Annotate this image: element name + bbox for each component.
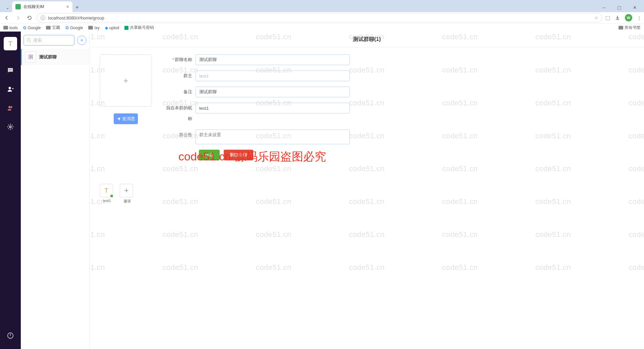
address-input[interactable]: i localhost:8080/#/home/group ☆ bbox=[37, 13, 602, 22]
new-tab-button[interactable]: + bbox=[72, 3, 82, 12]
group-name-input[interactable] bbox=[196, 54, 350, 65]
folder-icon bbox=[88, 26, 93, 30]
bookmark-shared[interactable]: 共享账号密码 bbox=[124, 25, 154, 31]
svg-point-3 bbox=[9, 87, 11, 89]
browser-tab[interactable]: 在线聊天IM × bbox=[12, 1, 72, 12]
bookmark-treasure[interactable]: 宝藏 bbox=[46, 25, 60, 31]
star-icon[interactable]: ☆ bbox=[594, 15, 598, 20]
settings-icon[interactable] bbox=[4, 120, 17, 134]
bookmark-tools[interactable]: tools bbox=[3, 26, 18, 30]
folder-icon bbox=[619, 26, 623, 30]
field-label-nickname: 我在本群的昵称 bbox=[162, 103, 196, 124]
browser-chrome: ⌄ 在线聊天IM × + ─ ▢ ✕ i localhost:8080/#/ho… bbox=[0, 0, 644, 32]
contacts-icon[interactable] bbox=[4, 83, 17, 96]
conversation-avatar: 测 bbox=[25, 52, 36, 62]
member-avatar: T bbox=[100, 184, 113, 197]
member-name: test1 bbox=[100, 199, 114, 203]
maximize-button[interactable]: ▢ bbox=[614, 3, 624, 12]
add-button[interactable]: + bbox=[77, 36, 87, 45]
sheet-icon bbox=[124, 26, 128, 30]
svg-point-6 bbox=[9, 126, 11, 128]
invite-member[interactable]: + 邀请 bbox=[120, 184, 135, 204]
bookmark-google-1[interactable]: GGoogle bbox=[23, 26, 41, 30]
bookmark-google-2[interactable]: GGoogle bbox=[65, 26, 83, 30]
group-form: *群聊名称 群主 备注 我在本群的昵称 bbox=[162, 54, 350, 160]
group-remark-input[interactable] bbox=[196, 87, 350, 97]
folder-icon bbox=[46, 26, 51, 30]
info-icon: i bbox=[41, 15, 45, 20]
member-item[interactable]: T test1 bbox=[100, 184, 114, 204]
group-notice-textarea[interactable] bbox=[196, 130, 350, 144]
tab-list-caret[interactable]: ⌄ bbox=[3, 3, 12, 12]
profile-avatar[interactable]: W bbox=[625, 14, 632, 21]
reload-button[interactable] bbox=[25, 14, 34, 22]
svg-point-1 bbox=[10, 69, 11, 70]
bookmark-bar: tools GGoogle 宝藏 GGoogle txy ◆uplod 共享账号… bbox=[0, 23, 644, 32]
plus-icon: + bbox=[120, 184, 133, 197]
upload-icon: ◆ bbox=[105, 26, 108, 30]
group-owner-input bbox=[196, 70, 350, 81]
group-title: 测试群聊(1) bbox=[90, 32, 644, 48]
group-icon[interactable] bbox=[4, 101, 17, 115]
field-label-owner: 群主 bbox=[162, 70, 196, 81]
tab-strip: ⌄ 在线聊天IM × + ─ ▢ ✕ bbox=[0, 0, 644, 12]
minimize-button[interactable]: ─ bbox=[599, 3, 608, 12]
svg-point-8 bbox=[27, 39, 30, 42]
address-bar: i localhost:8080/#/home/group ☆ ⬚ W ⋮ bbox=[0, 12, 644, 23]
bookmark-txy[interactable]: txy bbox=[88, 26, 99, 30]
main-area: code51.cncode51.cncode51.cncode51.cncode… bbox=[90, 32, 644, 349]
svg-point-4 bbox=[8, 106, 10, 108]
chat-icon[interactable] bbox=[4, 64, 17, 77]
svg-point-2 bbox=[11, 69, 12, 70]
google-icon: G bbox=[65, 26, 68, 30]
extensions-icon[interactable]: ⬚ bbox=[605, 15, 610, 21]
app-root: T 搜索 + 测 测试群聊 c bbox=[0, 32, 644, 349]
menu-icon[interactable]: ⋮ bbox=[637, 15, 641, 20]
search-placeholder: 搜索 bbox=[33, 37, 42, 43]
conversation-item[interactable]: 测 测试群聊 bbox=[21, 49, 89, 65]
delete-group-button[interactable]: 删除群聊 bbox=[224, 150, 253, 160]
field-label-remark: 备注 bbox=[162, 87, 196, 97]
invite-label: 邀请 bbox=[120, 199, 135, 204]
group-nickname-input[interactable] bbox=[196, 103, 350, 113]
tab-title: 在线聊天IM bbox=[23, 4, 64, 10]
svg-point-0 bbox=[9, 69, 10, 70]
close-icon[interactable]: × bbox=[66, 4, 69, 9]
window-controls: ─ ▢ ✕ bbox=[599, 3, 644, 12]
google-icon: G bbox=[23, 26, 26, 30]
send-message-button[interactable]: 发消息 bbox=[114, 113, 138, 124]
send-icon bbox=[117, 117, 121, 121]
folder-icon bbox=[3, 26, 8, 30]
conversation-name: 测试群聊 bbox=[39, 54, 57, 60]
save-button[interactable]: 保存 bbox=[199, 150, 220, 160]
bookmark-uplod[interactable]: ◆uplod bbox=[105, 26, 119, 30]
svg-point-5 bbox=[10, 106, 12, 108]
close-window-button[interactable]: ✕ bbox=[630, 3, 639, 12]
download-icon[interactable] bbox=[615, 15, 620, 20]
sidebar-nav: T bbox=[0, 32, 21, 349]
upload-avatar-box[interactable]: + bbox=[100, 54, 152, 107]
search-input[interactable]: 搜索 bbox=[23, 35, 74, 46]
favicon bbox=[15, 4, 21, 9]
back-button[interactable] bbox=[3, 14, 11, 22]
url-text: localhost:8080/#/home/group bbox=[48, 15, 592, 20]
power-icon[interactable] bbox=[4, 329, 17, 342]
field-label-notice: 群公告 bbox=[162, 130, 196, 140]
forward-button[interactable] bbox=[14, 14, 22, 22]
field-label-name: *群聊名称 bbox=[162, 54, 196, 65]
conversation-panel: 搜索 + 测 测试群聊 bbox=[21, 32, 90, 349]
user-avatar[interactable]: T bbox=[4, 37, 17, 50]
online-dot bbox=[110, 194, 113, 198]
search-icon bbox=[26, 38, 31, 43]
all-bookmarks[interactable]: 所有书签 bbox=[619, 25, 641, 31]
members-row: T test1 + 邀请 bbox=[100, 184, 634, 204]
